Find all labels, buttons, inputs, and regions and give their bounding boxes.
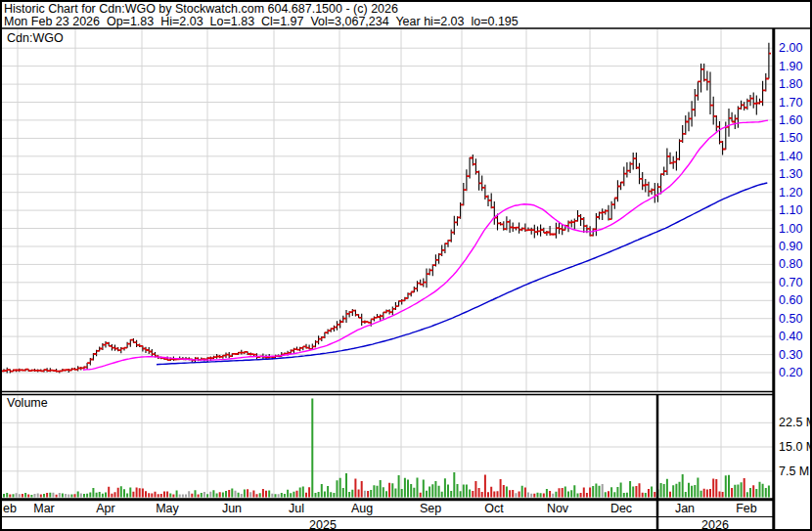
price-axis-label: 0.60 <box>779 293 802 307</box>
price-axis-label: 1.80 <box>779 77 802 91</box>
month-label: Nov <box>536 502 579 515</box>
volume-axis-label: 7.5 M <box>779 465 809 478</box>
price-axis-label: 1.20 <box>779 186 802 199</box>
price-axis-label: 1.00 <box>779 222 802 236</box>
price-axis-label: 1.90 <box>779 60 802 73</box>
year-label: 2025 <box>298 518 347 531</box>
header-title: Historic Chart for Cdn:WGO by Stockwatch… <box>4 2 398 16</box>
price-axis-label: 0.80 <box>779 257 802 271</box>
price-axis-label: 0.40 <box>779 330 802 343</box>
month-label: Mar <box>23 502 66 515</box>
price-axis-label: 1.10 <box>779 203 802 217</box>
price-axis-label: 0.20 <box>779 366 802 379</box>
month-label: Jul <box>275 502 318 515</box>
volume-pane-label: Volume <box>7 396 48 410</box>
price-axis-label: 0.90 <box>779 240 802 253</box>
price-axis-label: 0.70 <box>779 276 802 289</box>
price-axis-label: 1.40 <box>779 150 802 163</box>
price-axis-label: 0.50 <box>779 312 802 326</box>
header-quote-line: Mon Feb 23 2026 Op=1.83 Hi=2.03 Lo=1.83 … <box>4 15 519 28</box>
volume-axis-label: 22.5 M <box>779 416 812 429</box>
month-label: Oct <box>473 502 516 515</box>
year-label: 2026 <box>691 518 740 531</box>
price-axis-label: 0.30 <box>779 348 802 362</box>
stockwatch-historic-chart: Historic Chart for Cdn:WGO by Stockwatch… <box>0 0 812 531</box>
month-label: Apr <box>84 502 127 515</box>
price-axis-label: 1.60 <box>779 113 802 127</box>
month-label: Dec <box>600 502 643 515</box>
chart-text-layer: Historic Chart for Cdn:WGO by Stockwatch… <box>0 0 812 531</box>
month-label: Feb <box>725 502 768 515</box>
price-axis-label: 1.50 <box>779 131 802 145</box>
symbol-label: Cdn:WGO <box>7 31 64 45</box>
month-label: May <box>146 502 189 515</box>
price-axis-label: 2.00 <box>779 41 802 55</box>
price-axis-label: 1.30 <box>779 167 802 181</box>
price-axis-label: 1.70 <box>779 96 802 110</box>
volume-axis-label: 15.0 M <box>779 440 812 454</box>
month-label: Aug <box>340 502 383 515</box>
month-label: Jun <box>210 502 253 515</box>
month-label: Jan <box>663 502 706 515</box>
month-label: Sep <box>409 502 452 515</box>
